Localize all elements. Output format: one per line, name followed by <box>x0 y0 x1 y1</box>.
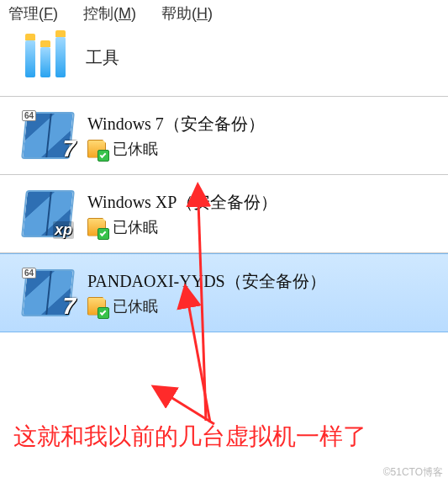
vm-os-icon: 647 <box>24 269 72 316</box>
vm-status-row: 已休眠 <box>87 296 326 316</box>
menu-bar: 管理(F) 控制(M) 帮助(H) <box>0 0 448 29</box>
vm-os-icon: xp <box>24 190 72 237</box>
arch-badge: 64 <box>22 268 36 279</box>
vm-row[interactable]: 647Windows 7（安全备份）已休眠 <box>0 97 448 175</box>
tools-label: 工具 <box>86 46 119 69</box>
snapshot-icon <box>87 297 106 316</box>
vm-list: 647Windows 7（安全备份）已休眠xpWindows XP（安全备份）已… <box>0 97 448 332</box>
vm-status: 已休眠 <box>113 139 158 159</box>
snapshot-icon <box>87 140 106 158</box>
vm-name: Windows XP（安全备份） <box>87 191 277 214</box>
vm-status: 已休眠 <box>113 296 158 316</box>
vm-info: PANDAOXI-YYDS（安全备份）已休眠 <box>87 270 326 316</box>
vm-status-row: 已休眠 <box>87 217 277 237</box>
vm-name: Windows 7（安全备份） <box>87 113 265 135</box>
vm-name: PANDAOXI-YYDS（安全备份） <box>87 270 326 293</box>
os-label: xp <box>53 221 74 239</box>
vm-info: Windows XP（安全备份）已休眠 <box>87 191 277 237</box>
annotation-caption: 这就和我以前的几台虚拟机一样了 <box>13 421 366 453</box>
vm-status: 已休眠 <box>113 217 158 237</box>
vm-row[interactable]: 647PANDAOXI-YYDS（安全备份）已休眠 <box>0 253 448 332</box>
app-root: { "menu": { "manage": {"text":"管理(","ul"… <box>0 0 448 483</box>
menu-help[interactable]: 帮助(H) <box>161 3 213 24</box>
vm-info: Windows 7（安全备份）已休眠 <box>87 113 265 159</box>
snapshot-icon <box>87 218 106 236</box>
vm-status-row: 已休眠 <box>87 139 265 159</box>
arch-badge: 64 <box>22 110 36 121</box>
svg-line-2 <box>168 395 214 424</box>
watermark: ©51CTO博客 <box>383 465 443 480</box>
vm-row[interactable]: xpWindows XP（安全备份）已休眠 <box>0 175 448 253</box>
menu-manage[interactable]: 管理(F) <box>8 3 58 24</box>
vm-os-icon: 647 <box>24 112 72 159</box>
tools-icon <box>24 37 71 77</box>
os-label: 7 <box>62 135 76 162</box>
tools-row[interactable]: 工具 <box>0 29 448 96</box>
menu-control[interactable]: 控制(M) <box>83 3 136 24</box>
os-label: 7 <box>62 293 76 320</box>
